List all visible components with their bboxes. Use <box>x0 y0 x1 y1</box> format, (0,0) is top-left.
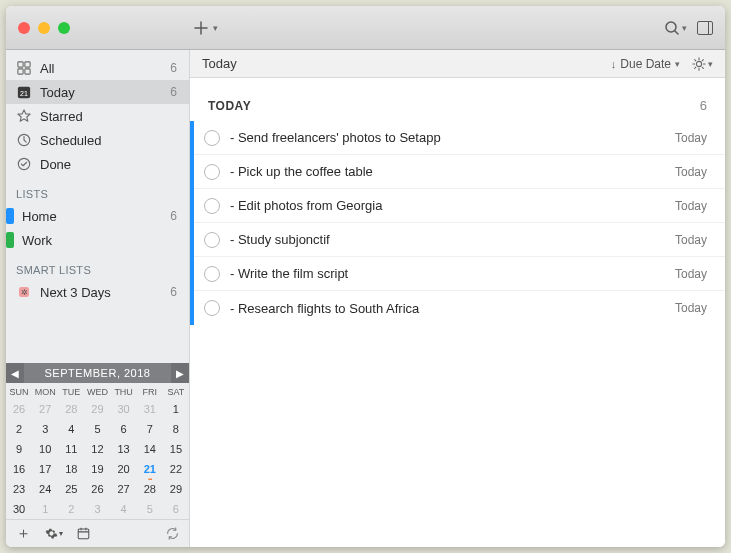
toggle-panel-button[interactable] <box>697 21 713 35</box>
task-checkbox[interactable] <box>204 232 220 248</box>
calendar-day[interactable]: 4 <box>111 499 137 519</box>
calendar-next-button[interactable]: ▶ <box>171 363 189 383</box>
calendar-day[interactable]: 27 <box>32 399 58 419</box>
calendar-day[interactable]: 13 <box>111 439 137 459</box>
calendar-day[interactable]: 4 <box>58 419 84 439</box>
add-list-button[interactable]: ＋ <box>16 524 31 543</box>
calendar-toggle-button[interactable] <box>77 527 90 540</box>
calendar-day[interactable]: 21 <box>137 459 163 479</box>
calendar-month-label: SEPTEMBER, 2018 <box>45 367 151 379</box>
calendar-dow: THU <box>111 383 137 399</box>
calendar-day[interactable]: 6 <box>111 419 137 439</box>
calendar-day[interactable]: 29 <box>84 399 110 419</box>
lists-section-label: LISTS <box>6 176 189 204</box>
chevron-down-icon[interactable]: ▾ <box>213 23 218 33</box>
settings-button[interactable]: ▾ <box>45 527 63 540</box>
calendar-prev-button[interactable]: ◀ <box>6 363 24 383</box>
calendar-day[interactable]: 5 <box>137 499 163 519</box>
sync-icon <box>166 527 179 540</box>
calendar-day[interactable]: 3 <box>32 419 58 439</box>
task-row[interactable]: - Pick up the coffee tableToday <box>190 155 725 189</box>
sidebar-item-starred[interactable]: Starred <box>6 104 189 128</box>
task-row[interactable]: - Write the film scriptToday <box>190 257 725 291</box>
add-task-button[interactable] <box>191 18 211 38</box>
task-list-accent <box>190 121 194 325</box>
task-row[interactable]: - Research flights to South AfricaToday <box>190 291 725 325</box>
task-checkbox[interactable] <box>204 266 220 282</box>
calendar-dow: MON <box>32 383 58 399</box>
sidebar: All621Today6StarredScheduledDone LISTS H… <box>6 50 190 547</box>
calendar-day[interactable]: 27 <box>111 479 137 499</box>
sidebar-item-label: Today <box>40 85 75 100</box>
star-icon <box>16 108 32 124</box>
calendar-day[interactable]: 24 <box>32 479 58 499</box>
calendar-day[interactable]: 28 <box>58 399 84 419</box>
minimize-window-button[interactable] <box>38 22 50 34</box>
calendar-day[interactable]: 11 <box>58 439 84 459</box>
sidebar-item-today[interactable]: 21Today6 <box>6 80 189 104</box>
smart-list-icon: ✲ <box>16 284 32 300</box>
calendar-header: ◀ SEPTEMBER, 2018 ▶ <box>6 363 189 383</box>
checkmark-circle-icon <box>16 156 32 172</box>
calendar-day[interactable]: 10 <box>32 439 58 459</box>
search-button[interactable]: ▾ <box>664 20 687 36</box>
sidebar-list-work[interactable]: Work <box>6 228 189 252</box>
calendar-day[interactable]: 8 <box>163 419 189 439</box>
calendar-day[interactable]: 1 <box>32 499 58 519</box>
calendar-day[interactable]: 30 <box>111 399 137 419</box>
calendar-day[interactable]: 26 <box>6 399 32 419</box>
svg-point-10 <box>696 61 701 66</box>
calendar-day[interactable]: 28 <box>137 479 163 499</box>
calendar-day[interactable]: 25 <box>58 479 84 499</box>
task-row[interactable]: - Edit photos from GeorgiaToday <box>190 189 725 223</box>
list-color-swatch <box>6 208 14 224</box>
calendar-day[interactable]: 19 <box>84 459 110 479</box>
calendar-day[interactable]: 15 <box>163 439 189 459</box>
sidebar-item-label: Home <box>22 209 57 224</box>
sidebar-item-done[interactable]: Done <box>6 152 189 176</box>
calendar-day[interactable]: 1 <box>163 399 189 419</box>
calendar-day[interactable]: 31 <box>137 399 163 419</box>
group-count: 6 <box>700 98 707 113</box>
main-pane: Today ↓ Due Date ▾ ▾ TODAY 6 <box>190 50 725 547</box>
svg-point-8 <box>18 158 29 169</box>
sync-button[interactable] <box>166 527 179 540</box>
task-checkbox[interactable] <box>204 164 220 180</box>
sidebar-smart-next-3-days[interactable]: ✲Next 3 Days6 <box>6 280 189 304</box>
calendar-day[interactable]: 3 <box>84 499 110 519</box>
calendar-day[interactable]: 20 <box>111 459 137 479</box>
calendar-day[interactable]: 17 <box>32 459 58 479</box>
view-options-button[interactable]: ▾ <box>692 57 713 71</box>
task-checkbox[interactable] <box>204 198 220 214</box>
calendar-day[interactable]: 29 <box>163 479 189 499</box>
calendar-day[interactable]: 9 <box>6 439 32 459</box>
calendar-day[interactable]: 2 <box>6 419 32 439</box>
chevron-down-icon: ▾ <box>682 23 687 33</box>
task-title: - Pick up the coffee table <box>230 164 373 179</box>
calendar-day[interactable]: 12 <box>84 439 110 459</box>
calendar-day[interactable]: 5 <box>84 419 110 439</box>
calendar-day[interactable]: 16 <box>6 459 32 479</box>
calendar-day[interactable]: 22 <box>163 459 189 479</box>
sidebar-item-scheduled[interactable]: Scheduled <box>6 128 189 152</box>
sort-button[interactable]: ↓ Due Date ▾ <box>611 57 680 71</box>
sidebar-item-all[interactable]: All6 <box>6 56 189 80</box>
task-row[interactable]: - Send freelancers' photos to SetappToda… <box>190 121 725 155</box>
calendar-day[interactable]: 18 <box>58 459 84 479</box>
calendar-day[interactable]: 30 <box>6 499 32 519</box>
task-checkbox[interactable] <box>204 300 220 316</box>
gear-icon <box>45 527 58 540</box>
calendar-day[interactable]: 14 <box>137 439 163 459</box>
calendar-day[interactable]: 7 <box>137 419 163 439</box>
sidebar-list-home[interactable]: Home6 <box>6 204 189 228</box>
task-row[interactable]: - Study subjonctifToday <box>190 223 725 257</box>
calendar-dow: TUE <box>58 383 84 399</box>
calendar-day[interactable]: 26 <box>84 479 110 499</box>
task-checkbox[interactable] <box>204 130 220 146</box>
calendar-day[interactable]: 2 <box>58 499 84 519</box>
close-window-button[interactable] <box>18 22 30 34</box>
calendar-day[interactable]: 23 <box>6 479 32 499</box>
svg-rect-9 <box>78 529 89 539</box>
calendar-day[interactable]: 6 <box>163 499 189 519</box>
zoom-window-button[interactable] <box>58 22 70 34</box>
